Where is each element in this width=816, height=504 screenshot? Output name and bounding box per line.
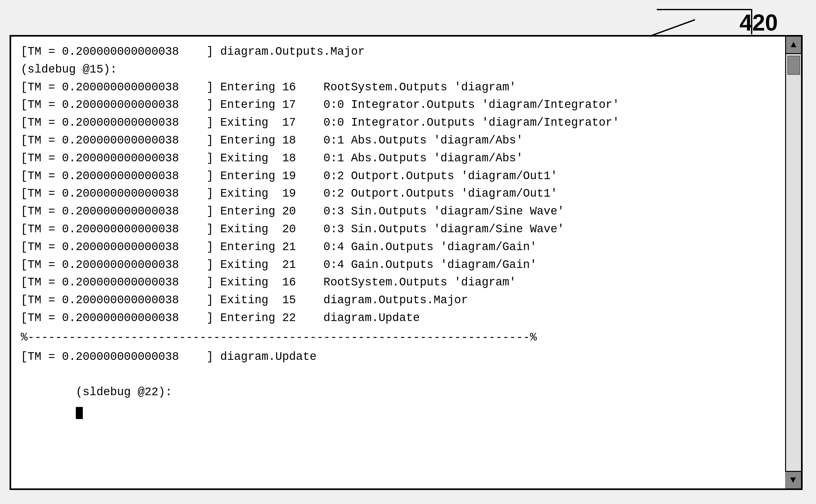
terminal-line-3: [TM = 0.200000000000038 ] Entering 16 Ro… xyxy=(21,79,776,96)
terminal-line-10: [TM = 0.200000000000038 ] Entering 20 0:… xyxy=(21,203,776,221)
terminal-line-9: [TM = 0.200000000000038 ] Exiting 19 0:2… xyxy=(21,185,776,203)
terminal-line-15: [TM = 0.200000000000038 ] Exiting 15 dia… xyxy=(21,291,776,309)
scrollbar-thumb[interactable] xyxy=(787,56,800,75)
bracket-label xyxy=(657,9,752,34)
separator-line: %---------------------------------------… xyxy=(21,329,776,347)
scroll-down-button[interactable]: ▼ xyxy=(785,471,801,488)
main-container: [TM = 0.200000000000038 ] diagram.Output… xyxy=(10,35,803,490)
terminal-line-13: [TM = 0.200000000000038 ] Exiting 21 0:4… xyxy=(21,256,776,274)
terminal-line-2: (sldebug @15): xyxy=(21,61,776,79)
terminal-line-16: [TM = 0.200000000000038 ] Entering 22 di… xyxy=(21,309,776,327)
terminal-area: [TM = 0.200000000000038 ] diagram.Output… xyxy=(11,37,801,488)
terminal-line-4: [TM = 0.200000000000038 ] Entering 17 0:… xyxy=(21,96,776,114)
scroll-up-button[interactable]: ▲ xyxy=(786,37,801,54)
terminal-line-11: [TM = 0.200000000000038 ] Exiting 20 0:3… xyxy=(21,221,776,238)
terminal-line-1: [TM = 0.200000000000038 ] diagram.Output… xyxy=(21,43,776,61)
terminal-line-7: [TM = 0.200000000000038 ] Exiting 18 0:1… xyxy=(21,150,776,167)
terminal-line-14: [TM = 0.200000000000038 ] Exiting 16 Roo… xyxy=(21,274,776,291)
prompt-text: (sldebug @22): xyxy=(76,386,172,399)
terminal-content: [TM = 0.200000000000038 ] diagram.Output… xyxy=(11,37,785,488)
bottom-line-1: [TM = 0.200000000000038 ] diagram.Update xyxy=(21,348,776,366)
terminal-line-5: [TM = 0.200000000000038 ] Exiting 17 0:0… xyxy=(21,114,776,132)
scrollbar: ▲ ▼ xyxy=(785,37,801,488)
terminal-line-12: [TM = 0.200000000000038 ] Entering 21 0:… xyxy=(21,238,776,256)
scroll-down-icon: ▼ xyxy=(790,475,796,486)
terminal-line-8: [TM = 0.200000000000038 ] Entering 19 0:… xyxy=(21,167,776,185)
cursor xyxy=(76,407,83,419)
bottom-line-2: (sldebug @22): xyxy=(21,366,776,437)
scroll-up-icon: ▲ xyxy=(791,39,796,50)
terminal-line-6: [TM = 0.200000000000038 ] Entering 18 0:… xyxy=(21,132,776,150)
